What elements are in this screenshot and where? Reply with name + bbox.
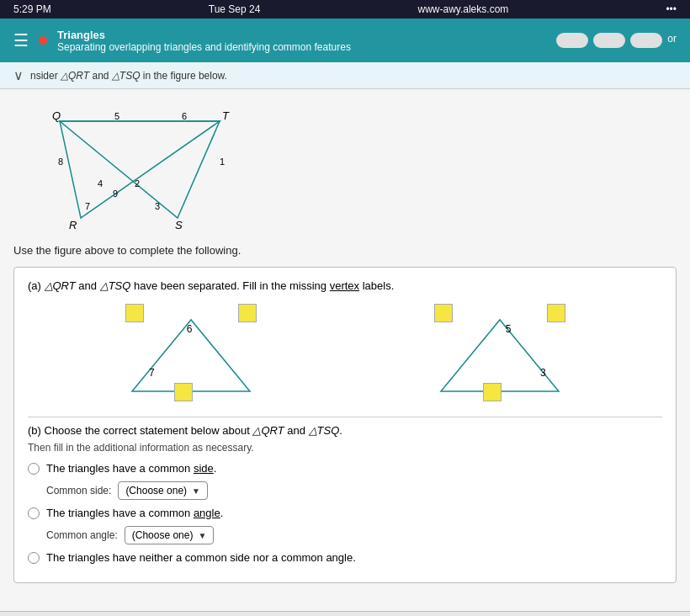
divider bbox=[28, 417, 662, 417]
main-figure-svg: Q T R S 5 6 8 1 4 2 9 7 3 bbox=[13, 96, 266, 231]
menu-icon[interactable]: ☰ bbox=[13, 30, 29, 50]
dropdown-arrow-icon: ▼ bbox=[192, 486, 200, 496]
instruction-text: Use the figure above to complete the fol… bbox=[13, 244, 677, 257]
tri2-top-label: 5 bbox=[505, 323, 511, 335]
label-2: 2 bbox=[135, 178, 140, 189]
radio-option-3: The triangles have neither a common side… bbox=[28, 551, 662, 564]
common-side-value: (Choose one) bbox=[125, 485, 187, 497]
common-angle-dropdown[interactable]: (Choose one) ▼ bbox=[125, 526, 215, 544]
common-side-row: Common side: (Choose one) ▼ bbox=[46, 481, 662, 500]
vertex-q: Q bbox=[52, 109, 61, 122]
label-9: 9 bbox=[113, 189, 118, 199]
radio-2-label: The triangles have a common angle. bbox=[46, 507, 223, 519]
part-b-title: (b) Choose the correct statement below a… bbox=[28, 424, 662, 437]
pill-2 bbox=[593, 33, 625, 48]
radio-option-2: The triangles have a common angle. bbox=[28, 507, 662, 519]
label-1: 1 bbox=[220, 157, 225, 167]
part-b-sub: Then fill in the additional information … bbox=[28, 442, 662, 454]
radio-1-label: The triangles have a common side. bbox=[46, 462, 216, 475]
vertex-input-s2[interactable] bbox=[483, 383, 502, 401]
svg-marker-1 bbox=[60, 121, 220, 218]
tri2-right-label: 3 bbox=[540, 367, 546, 379]
pill-3 bbox=[630, 33, 662, 48]
header-or: or bbox=[667, 33, 677, 48]
section-label: Triangles bbox=[57, 29, 351, 41]
question-box: (a) △QRT and △TSQ have been separated. F… bbox=[13, 267, 677, 583]
status-url: www-awy.aleks.com bbox=[418, 3, 509, 15]
label-5: 5 bbox=[114, 111, 119, 121]
vertex-input-r1[interactable] bbox=[174, 383, 193, 401]
footer: Explanation Check bbox=[0, 611, 690, 616]
radio-2[interactable] bbox=[28, 507, 40, 519]
radio-option-1: The triangles have a common side. bbox=[28, 462, 662, 475]
common-side-dropdown[interactable]: (Choose one) ▼ bbox=[118, 481, 208, 500]
vertex-t: T bbox=[222, 109, 230, 122]
status-bar: 5:29 PM Tue Sep 24 www-awy.aleks.com ••• bbox=[0, 0, 690, 19]
label-3: 3 bbox=[155, 201, 160, 211]
common-angle-row: Common angle: (Choose one) ▼ bbox=[46, 526, 662, 544]
triangle-2: 5 3 bbox=[433, 302, 567, 403]
vertex-r: R bbox=[69, 219, 77, 231]
label-8: 8 bbox=[58, 157, 63, 167]
common-angle-label: Common angle: bbox=[46, 529, 118, 541]
page-title: Separating overlapping triangles and ide… bbox=[57, 41, 351, 53]
part-b: (b) Choose the correct statement below a… bbox=[28, 424, 662, 564]
tri1-left-label: 7 bbox=[149, 367, 155, 379]
header-text: Triangles Separating overlapping triangl… bbox=[57, 29, 351, 53]
status-dots: ••• bbox=[666, 3, 677, 15]
tri1-top-label: 6 bbox=[186, 323, 192, 335]
vertex-s: S bbox=[175, 219, 183, 231]
label-4: 4 bbox=[98, 178, 103, 189]
pill-1 bbox=[556, 33, 588, 48]
radio-3-label: The triangles have neither a common side… bbox=[46, 551, 356, 564]
status-day: Tue Sep 24 bbox=[209, 3, 261, 15]
chevron-down-icon[interactable]: ∨ bbox=[13, 67, 24, 83]
header-right: or bbox=[556, 33, 677, 48]
subheader-text: nsider △QRT and △TSQ in the figure below… bbox=[30, 70, 227, 82]
svg-marker-0 bbox=[60, 121, 220, 218]
part-a: (a) △QRT and △TSQ have been separated. F… bbox=[28, 279, 662, 403]
triangle-1: 6 7 bbox=[124, 302, 258, 403]
section-dot bbox=[39, 36, 47, 45]
header: ☰ Triangles Separating overlapping trian… bbox=[0, 19, 690, 62]
status-time: 5:29 PM bbox=[13, 3, 51, 15]
triangles-row: 6 7 5 3 bbox=[28, 302, 662, 403]
radio-3[interactable] bbox=[28, 552, 40, 564]
part-a-label: (a) △QRT and △TSQ have been separated. F… bbox=[28, 279, 662, 292]
radio-1[interactable] bbox=[28, 463, 40, 475]
figure-area: Q T R S 5 6 8 1 4 2 9 7 3 bbox=[13, 89, 677, 237]
label-6: 6 bbox=[182, 111, 187, 121]
svg-marker-3 bbox=[441, 320, 559, 391]
common-side-label: Common side: bbox=[46, 485, 111, 497]
subheader: ∨ nsider △QRT and △TSQ in the figure bel… bbox=[0, 62, 690, 89]
label-7: 7 bbox=[85, 201, 90, 211]
common-angle-value: (Choose one) bbox=[132, 529, 194, 541]
dropdown-arrow-icon-2: ▼ bbox=[198, 531, 206, 540]
main-content: Q T R S 5 6 8 1 4 2 9 7 3 Use the figure… bbox=[0, 89, 690, 611]
